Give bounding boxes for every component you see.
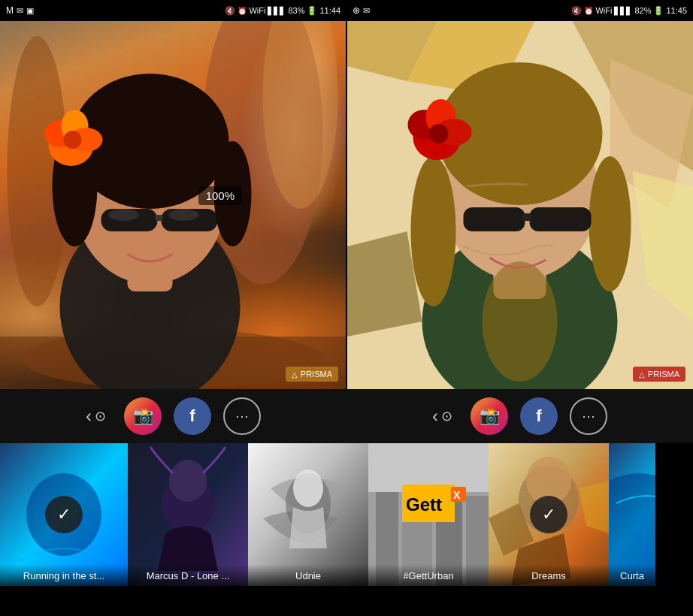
action-row: ‹ ⊙ 📸 f ⋯ ‹ ⊙ 📸 f ⋯ [0, 389, 693, 443]
share-button-left[interactable]: ⋯ [223, 397, 261, 435]
instagram-button-right[interactable]: 📸 [471, 397, 508, 435]
filter-label-dreams: Dreams [489, 564, 609, 586]
filter-item-running[interactable]: ✓ Running in the st... [0, 443, 128, 586]
svg-point-34 [589, 156, 631, 291]
prisma-label-right: PRISMA [648, 370, 679, 379]
prisma-badge-left: △ PRISMA [286, 367, 338, 382]
filter-item-udnie[interactable]: Udnie [248, 443, 368, 586]
share-icon-left: ⋯ [235, 408, 249, 424]
back-camera-right: ‹ ⊙ [432, 406, 452, 427]
prisma-triangle-left: △ [292, 370, 298, 379]
filter-label-marcus: Marcus D - Lone ... [128, 564, 248, 586]
check-icon-running: ✓ [57, 505, 71, 524]
svg-point-16 [64, 131, 82, 149]
gmail-icon: M [6, 5, 14, 16]
status-left-icons: M ✉ ▣ [6, 5, 34, 16]
status-right-left: 🔇 ⏰ WiFi ▋▋▋ 83% 🔋 11:44 [225, 6, 340, 16]
filter-item-gettUrban[interactable]: Gett X #GettUrban [368, 443, 489, 586]
svg-rect-43 [522, 213, 531, 221]
action-panel-right: ‹ ⊙ 📸 f ⋯ [346, 389, 693, 443]
instagram-icon-left: 📸 [133, 406, 153, 426]
facebook-icon-left: f [189, 406, 195, 426]
alarm-icon-right: ⏰ [584, 7, 593, 15]
facebook-button-left[interactable]: f [174, 397, 211, 435]
svg-rect-19 [156, 215, 163, 221]
battery-icon-left: 🔋 [307, 6, 317, 16]
email-icon: ✉ [363, 6, 370, 16]
photo-right-art: △ PRISMA [347, 21, 693, 389]
prisma-badge-right: △ PRISMA [633, 367, 685, 382]
svg-point-51 [293, 470, 323, 507]
photo-panel-right[interactable]: △ PRISMA [346, 21, 693, 389]
alarm-icon-left: ⏰ [238, 7, 247, 15]
back-button-right[interactable]: ‹ [432, 406, 438, 427]
time-left: 11:44 [319, 6, 340, 15]
filter-item-marcus[interactable]: Marcus D - Lone ... [128, 443, 248, 586]
messenger-icon: ⊕ [353, 5, 360, 16]
photo-row: 100% △ PRISMA [0, 21, 693, 389]
person-svg-left [0, 21, 346, 389]
svg-point-40 [429, 124, 449, 143]
filter-label-gettUrban: #GettUrban [368, 564, 489, 586]
action-panel-left: ‹ ⊙ 📸 f ⋯ [0, 389, 346, 443]
mute-icon-right: 🔇 [571, 6, 582, 16]
check-icon-dreams: ✓ [542, 505, 555, 524]
signal-icon-right: ▋▋▋ [614, 7, 632, 15]
filter-row: ✓ Running in the st... [0, 443, 693, 586]
status-right-icons: ⊕ ✉ [353, 5, 370, 16]
photo-panel-left[interactable]: 100% △ PRISMA [0, 21, 346, 389]
signal-icon-left: ▋▋▋ [268, 7, 286, 15]
svg-point-20 [109, 209, 139, 221]
filter-label-running: Running in the st... [0, 564, 128, 586]
svg-point-48 [169, 460, 207, 502]
filter-item-dreams[interactable]: ✓ Dreams [489, 443, 609, 586]
back-button-left[interactable]: ‹ [86, 406, 92, 427]
battery-pct-right: 82% [634, 6, 651, 15]
svg-text:X: X [453, 489, 461, 501]
svg-point-35 [483, 261, 558, 382]
percentage-badge: 100% [198, 186, 242, 205]
back-camera-left: ‹ ⊙ [86, 406, 106, 427]
svg-point-33 [411, 156, 456, 306]
status-bars: M ✉ ▣ 🔇 ⏰ WiFi ▋▋▋ 83% 🔋 11:44 ⊕ ✉ 🔇 ⏰ W… [0, 0, 693, 21]
svg-rect-41 [464, 207, 525, 231]
filter-label-curta: Curta [609, 564, 655, 586]
svg-rect-42 [530, 207, 592, 231]
wifi-icon-left: WiFi [249, 6, 265, 15]
battery-icon-right: 🔋 [653, 6, 664, 16]
battery-pct-left: 83% [288, 6, 304, 15]
person-svg-right [347, 21, 693, 389]
instagram-icon-right: 📸 [480, 406, 500, 426]
prisma-triangle-right: △ [639, 370, 645, 379]
wifi-icon-right: WiFi [595, 6, 612, 15]
filter-check-dreams: ✓ [530, 496, 567, 533]
svg-text:Gett: Gett [406, 494, 442, 515]
message-icon: ✉ [17, 6, 23, 16]
time-right: 11:45 [666, 6, 687, 15]
filter-label-udnie: Udnie [248, 564, 368, 586]
share-button-right[interactable]: ⋯ [570, 397, 607, 435]
filter-check-running: ✓ [45, 496, 83, 533]
camera-icon-left[interactable]: ⊙ [95, 408, 106, 424]
gallery-icon: ▣ [26, 6, 34, 16]
mute-icon-left: 🔇 [225, 6, 235, 16]
photo-left-art: 100% △ PRISMA [0, 21, 346, 389]
facebook-icon-right: f [536, 406, 541, 426]
facebook-button-right[interactable]: f [520, 397, 558, 435]
share-icon-right: ⋯ [582, 408, 595, 424]
instagram-button-left[interactable]: 📸 [124, 397, 162, 435]
prisma-label-left: PRISMA [301, 370, 332, 379]
status-bar-right: ⊕ ✉ 🔇 ⏰ WiFi ▋▋▋ 82% 🔋 11:45 [346, 0, 693, 21]
camera-icon-right[interactable]: ⊙ [441, 408, 452, 424]
filter-item-curta[interactable]: Curta [609, 443, 655, 586]
status-right-right: 🔇 ⏰ WiFi ▋▋▋ 82% 🔋 11:45 [571, 6, 687, 16]
svg-point-21 [169, 209, 199, 221]
status-bar-left: M ✉ ▣ 🔇 ⏰ WiFi ▋▋▋ 83% 🔋 11:44 [0, 0, 346, 21]
